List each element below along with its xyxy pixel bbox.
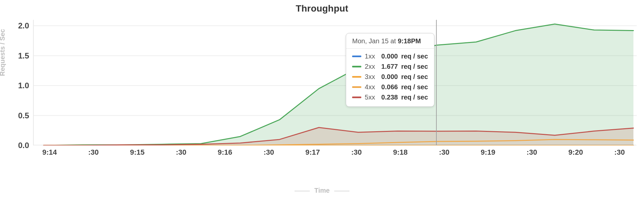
tooltip-series-value: 1.677 <box>381 63 398 70</box>
x-tick: :30 <box>527 148 537 157</box>
x-tick: :30 <box>263 148 274 157</box>
legend-swatch <box>352 97 361 98</box>
tooltip-series-name: 1xx <box>365 53 378 60</box>
tooltip-series-value: 0.000 <box>381 53 398 60</box>
tooltip-row: 2xx 1.677req / sec <box>352 61 428 72</box>
series-fill-2xx <box>44 24 633 145</box>
tooltip-series-value: 0.066 <box>381 83 398 91</box>
tooltip-unit: req / sec <box>401 53 428 60</box>
tooltip-date-prefix: Mon, Jan 15 at <box>352 37 398 45</box>
throughput-chart: Throughput Requests / Sec Time 0.00.51.0… <box>0 0 644 197</box>
legend-swatch <box>352 86 361 88</box>
x-tick: 9:20 <box>568 148 583 157</box>
y-tick: 0.0 <box>3 141 29 150</box>
x-tick: :30 <box>88 148 99 157</box>
plot-area[interactable] <box>33 20 636 145</box>
x-tick: :30 <box>614 148 625 157</box>
tooltip-unit: req / sec <box>401 94 428 101</box>
legend-swatch <box>352 76 361 78</box>
tooltip: Mon, Jan 15 at 9:18PM 1xx 0.000req / sec… <box>346 33 434 107</box>
x-tick: 9:17 <box>305 148 320 157</box>
x-tick: :30 <box>351 148 362 157</box>
hover-marker <box>436 20 437 145</box>
tooltip-time: 9:18PM <box>398 37 421 45</box>
tooltip-unit: req / sec <box>401 73 428 81</box>
tooltip-series-name: 3xx <box>365 73 378 81</box>
tooltip-series-name: 4xx <box>365 83 378 91</box>
x-tick: 9:18 <box>393 148 408 157</box>
y-tick: 1.5 <box>3 51 29 60</box>
x-tick: 9:14 <box>42 148 57 157</box>
tooltip-row: 1xx 0.000req / sec <box>352 51 428 61</box>
x-tick: :30 <box>176 148 186 157</box>
legend-swatch <box>352 66 361 67</box>
tooltip-series-value: 0.238 <box>381 94 398 101</box>
tooltip-unit: req / sec <box>401 83 428 91</box>
x-tick: 9:16 <box>218 148 232 157</box>
x-axis-label: Time <box>0 187 644 194</box>
tooltip-row: 5xx 0.238req / sec <box>352 92 428 102</box>
x-tick: 9:19 <box>481 148 495 157</box>
tooltip-header: Mon, Jan 15 at 9:18PM <box>346 33 434 49</box>
y-tick: 0.5 <box>3 111 29 120</box>
tooltip-series-name: 5xx <box>365 94 378 101</box>
legend-swatch <box>352 56 361 57</box>
y-tick: 1.0 <box>3 81 29 90</box>
chart-title: Throughput <box>0 3 644 14</box>
tooltip-row: 4xx 0.066req / sec <box>352 82 428 92</box>
tooltip-series-name: 2xx <box>365 63 378 70</box>
tooltip-unit: req / sec <box>401 63 428 70</box>
x-tick: 9:15 <box>130 148 144 157</box>
x-tick: :30 <box>439 148 450 157</box>
tooltip-row: 3xx 0.000req / sec <box>352 72 428 82</box>
y-tick: 2.0 <box>3 21 29 30</box>
tooltip-series-value: 0.000 <box>381 73 398 81</box>
chart-svg <box>34 20 637 145</box>
x-ticks: 9:14:309:15:309:16:309:17:309:18:309:19:… <box>33 148 636 161</box>
